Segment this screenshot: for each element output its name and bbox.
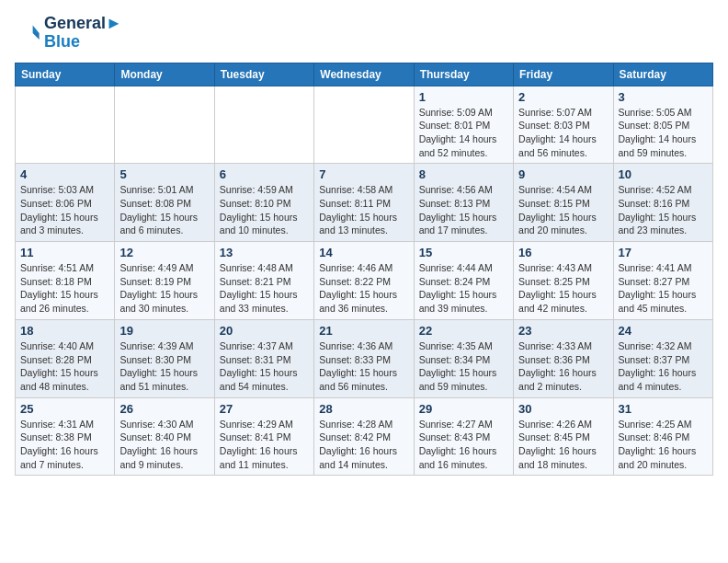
day-info: Sunrise: 4:59 AM Sunset: 8:10 PM Dayligh… xyxy=(220,183,309,237)
day-info: Sunrise: 4:29 AM Sunset: 8:41 PM Dayligh… xyxy=(220,418,309,472)
svg-marker-1 xyxy=(33,33,40,40)
day-info: Sunrise: 4:35 AM Sunset: 8:34 PM Dayligh… xyxy=(419,339,508,394)
day-info: Sunrise: 4:26 AM Sunset: 8:45 PM Dayligh… xyxy=(518,418,608,472)
calendar-cell: 31Sunrise: 4:25 AM Sunset: 8:46 PM Dayli… xyxy=(613,397,712,476)
day-info: Sunrise: 4:54 AM Sunset: 8:15 PM Dayligh… xyxy=(518,183,608,237)
calendar-cell: 8Sunrise: 4:56 AM Sunset: 8:13 PM Daylig… xyxy=(414,164,513,242)
day-number: 29 xyxy=(419,402,508,416)
day-number: 8 xyxy=(419,167,508,181)
day-info: Sunrise: 4:48 AM Sunset: 8:21 PM Dayligh… xyxy=(220,261,309,316)
calendar-cell: 3Sunrise: 5:05 AM Sunset: 8:05 PM Daylig… xyxy=(613,86,712,164)
day-number: 5 xyxy=(119,167,209,181)
day-info: Sunrise: 4:43 AM Sunset: 8:25 PM Dayligh… xyxy=(518,261,608,316)
calendar-cell xyxy=(314,86,414,164)
calendar-cell: 13Sunrise: 4:48 AM Sunset: 8:21 PM Dayli… xyxy=(214,242,313,320)
day-number: 26 xyxy=(119,402,209,416)
weekday-header: Wednesday xyxy=(314,63,414,86)
day-number: 4 xyxy=(20,167,109,181)
day-info: Sunrise: 4:33 AM Sunset: 8:36 PM Dayligh… xyxy=(518,339,608,394)
calendar-cell: 23Sunrise: 4:33 AM Sunset: 8:36 PM Dayli… xyxy=(514,319,613,397)
day-number: 14 xyxy=(319,246,408,259)
day-number: 7 xyxy=(319,167,408,181)
day-info: Sunrise: 4:51 AM Sunset: 8:18 PM Dayligh… xyxy=(20,261,109,316)
calendar-cell: 19Sunrise: 4:39 AM Sunset: 8:30 PM Dayli… xyxy=(115,319,214,397)
calendar-cell: 4Sunrise: 5:03 AM Sunset: 8:06 PM Daylig… xyxy=(16,164,115,242)
calendar-cell: 22Sunrise: 4:35 AM Sunset: 8:34 PM Dayli… xyxy=(414,319,513,397)
day-info: Sunrise: 4:56 AM Sunset: 8:13 PM Dayligh… xyxy=(419,183,508,237)
day-info: Sunrise: 5:05 AM Sunset: 8:05 PM Dayligh… xyxy=(619,106,708,160)
day-info: Sunrise: 4:37 AM Sunset: 8:31 PM Dayligh… xyxy=(220,339,309,394)
calendar-table: SundayMondayTuesdayWednesdayThursdayFrid… xyxy=(15,63,713,477)
weekday-header: Monday xyxy=(115,63,214,86)
calendar-cell: 30Sunrise: 4:26 AM Sunset: 8:45 PM Dayli… xyxy=(514,397,613,476)
day-info: Sunrise: 4:30 AM Sunset: 8:40 PM Dayligh… xyxy=(119,418,209,472)
day-number: 27 xyxy=(220,402,309,416)
calendar-cell: 18Sunrise: 4:40 AM Sunset: 8:28 PM Dayli… xyxy=(16,319,115,397)
calendar-cell: 24Sunrise: 4:32 AM Sunset: 8:37 PM Dayli… xyxy=(613,319,712,397)
calendar-cell: 5Sunrise: 5:01 AM Sunset: 8:08 PM Daylig… xyxy=(115,164,214,242)
day-info: Sunrise: 4:31 AM Sunset: 8:38 PM Dayligh… xyxy=(20,418,109,472)
calendar-cell: 15Sunrise: 4:44 AM Sunset: 8:24 PM Dayli… xyxy=(414,242,513,320)
day-number: 20 xyxy=(220,324,309,338)
day-info: Sunrise: 4:40 AM Sunset: 8:28 PM Dayligh… xyxy=(20,339,109,394)
day-number: 19 xyxy=(119,324,209,338)
calendar-cell: 10Sunrise: 4:52 AM Sunset: 8:16 PM Dayli… xyxy=(613,164,712,242)
day-number: 24 xyxy=(619,324,708,338)
day-info: Sunrise: 5:07 AM Sunset: 8:03 PM Dayligh… xyxy=(518,106,608,160)
day-info: Sunrise: 4:25 AM Sunset: 8:46 PM Dayligh… xyxy=(619,418,708,472)
day-info: Sunrise: 5:01 AM Sunset: 8:08 PM Dayligh… xyxy=(119,183,209,237)
calendar-cell: 14Sunrise: 4:46 AM Sunset: 8:22 PM Dayli… xyxy=(314,242,414,320)
calendar-cell: 9Sunrise: 4:54 AM Sunset: 8:15 PM Daylig… xyxy=(514,164,613,242)
day-number: 18 xyxy=(20,324,109,338)
weekday-header: Tuesday xyxy=(214,63,313,86)
day-info: Sunrise: 4:27 AM Sunset: 8:43 PM Dayligh… xyxy=(419,418,508,472)
svg-marker-0 xyxy=(33,25,40,32)
calendar-cell: 25Sunrise: 4:31 AM Sunset: 8:38 PM Dayli… xyxy=(16,397,115,476)
day-number: 1 xyxy=(419,90,508,104)
weekday-header: Sunday xyxy=(16,63,115,86)
calendar-cell: 11Sunrise: 4:51 AM Sunset: 8:18 PM Dayli… xyxy=(16,242,115,320)
day-number: 3 xyxy=(619,90,708,104)
calendar-cell: 12Sunrise: 4:49 AM Sunset: 8:19 PM Dayli… xyxy=(115,242,214,320)
logo-text: General► Blue xyxy=(44,15,122,52)
day-info: Sunrise: 4:41 AM Sunset: 8:27 PM Dayligh… xyxy=(619,261,708,316)
day-number: 13 xyxy=(220,246,309,259)
day-number: 10 xyxy=(619,167,708,181)
calendar-cell: 20Sunrise: 4:37 AM Sunset: 8:31 PM Dayli… xyxy=(214,319,313,397)
day-number: 6 xyxy=(220,167,309,181)
weekday-header: Thursday xyxy=(414,63,513,86)
day-info: Sunrise: 4:32 AM Sunset: 8:37 PM Dayligh… xyxy=(619,339,708,394)
day-info: Sunrise: 4:28 AM Sunset: 8:42 PM Dayligh… xyxy=(319,418,408,472)
day-info: Sunrise: 4:52 AM Sunset: 8:16 PM Dayligh… xyxy=(619,183,708,237)
day-number: 23 xyxy=(518,324,608,338)
calendar-cell: 7Sunrise: 4:58 AM Sunset: 8:11 PM Daylig… xyxy=(314,164,414,242)
day-info: Sunrise: 4:36 AM Sunset: 8:33 PM Dayligh… xyxy=(319,339,408,394)
day-number: 15 xyxy=(419,246,508,259)
calendar-cell: 2Sunrise: 5:07 AM Sunset: 8:03 PM Daylig… xyxy=(514,86,613,164)
day-info: Sunrise: 5:09 AM Sunset: 8:01 PM Dayligh… xyxy=(419,106,508,160)
calendar-cell: 27Sunrise: 4:29 AM Sunset: 8:41 PM Dayli… xyxy=(214,397,313,476)
day-info: Sunrise: 4:44 AM Sunset: 8:24 PM Dayligh… xyxy=(419,261,508,316)
weekday-header: Saturday xyxy=(613,63,712,86)
day-number: 9 xyxy=(518,167,608,181)
day-number: 28 xyxy=(319,402,408,416)
day-info: Sunrise: 4:46 AM Sunset: 8:22 PM Dayligh… xyxy=(319,261,408,316)
day-number: 21 xyxy=(319,324,408,338)
weekday-header: Friday xyxy=(514,63,613,86)
day-info: Sunrise: 4:39 AM Sunset: 8:30 PM Dayligh… xyxy=(119,339,209,394)
day-number: 22 xyxy=(419,324,508,338)
calendar-cell: 29Sunrise: 4:27 AM Sunset: 8:43 PM Dayli… xyxy=(414,397,513,476)
day-number: 2 xyxy=(518,90,608,104)
calendar-cell: 21Sunrise: 4:36 AM Sunset: 8:33 PM Dayli… xyxy=(314,319,414,397)
day-info: Sunrise: 5:03 AM Sunset: 8:06 PM Dayligh… xyxy=(20,183,109,237)
day-number: 16 xyxy=(518,246,608,259)
calendar-cell: 1Sunrise: 5:09 AM Sunset: 8:01 PM Daylig… xyxy=(414,86,513,164)
day-number: 11 xyxy=(20,246,109,259)
day-info: Sunrise: 4:58 AM Sunset: 8:11 PM Dayligh… xyxy=(319,183,408,237)
logo-icon xyxy=(15,20,40,46)
day-number: 31 xyxy=(619,402,708,416)
logo: General► Blue xyxy=(15,15,122,52)
calendar-cell: 16Sunrise: 4:43 AM Sunset: 8:25 PM Dayli… xyxy=(514,242,613,320)
day-number: 12 xyxy=(119,246,209,259)
calendar-cell xyxy=(16,86,115,164)
